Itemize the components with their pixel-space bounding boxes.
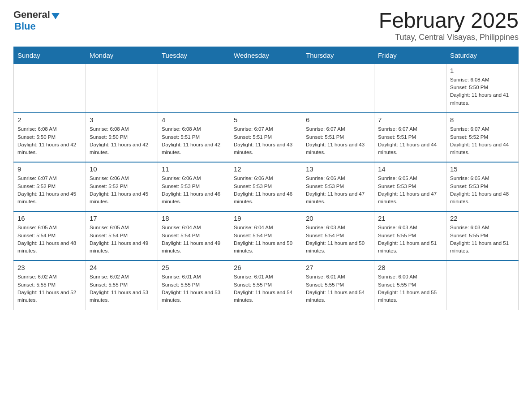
calendar-cell: 26Sunrise: 6:01 AMSunset: 5:55 PMDayligh… (230, 261, 302, 310)
calendar-cell (446, 261, 519, 310)
calendar-cell: 11Sunrise: 6:06 AMSunset: 5:53 PMDayligh… (158, 162, 230, 211)
day-info: Sunrise: 6:08 AMSunset: 5:51 PMDaylight:… (162, 125, 226, 156)
day-number: 2 (17, 116, 82, 124)
calendar-cell: 28Sunrise: 6:00 AMSunset: 5:55 PMDayligh… (374, 261, 446, 310)
logo-triangle-icon (51, 13, 60, 19)
day-info: Sunrise: 6:06 AMSunset: 5:53 PMDaylight:… (306, 175, 370, 206)
day-number: 6 (306, 116, 370, 124)
calendar-header-row: SundayMondayTuesdayWednesdayThursdayFrid… (14, 47, 519, 64)
day-number: 8 (450, 116, 515, 124)
calendar-cell: 22Sunrise: 6:03 AMSunset: 5:55 PMDayligh… (446, 211, 519, 261)
day-number: 14 (378, 165, 442, 173)
calendar-week-row: 1Sunrise: 6:08 AMSunset: 5:50 PMDaylight… (14, 64, 519, 113)
calendar-week-row: 2Sunrise: 6:08 AMSunset: 5:50 PMDaylight… (14, 113, 519, 162)
day-number: 4 (162, 116, 226, 124)
calendar-week-row: 9Sunrise: 6:07 AMSunset: 5:52 PMDaylight… (14, 162, 519, 211)
day-info: Sunrise: 6:04 AMSunset: 5:54 PMDaylight:… (234, 224, 298, 255)
day-info: Sunrise: 6:08 AMSunset: 5:50 PMDaylight:… (90, 125, 154, 156)
day-number: 3 (90, 116, 154, 124)
day-info: Sunrise: 6:01 AMSunset: 5:55 PMDaylight:… (162, 273, 226, 304)
day-info: Sunrise: 6:06 AMSunset: 5:53 PMDaylight:… (162, 175, 226, 206)
day-number: 22 (450, 214, 515, 222)
day-number: 24 (90, 264, 154, 271)
calendar-week-row: 23Sunrise: 6:02 AMSunset: 5:55 PMDayligh… (14, 261, 519, 310)
calendar-cell: 6Sunrise: 6:07 AMSunset: 5:51 PMDaylight… (302, 113, 374, 162)
calendar-cell: 18Sunrise: 6:04 AMSunset: 5:54 PMDayligh… (158, 211, 230, 261)
day-number: 27 (306, 264, 370, 271)
day-number: 7 (378, 116, 442, 124)
day-info: Sunrise: 6:03 AMSunset: 5:55 PMDaylight:… (378, 224, 442, 255)
day-info: Sunrise: 6:07 AMSunset: 5:51 PMDaylight:… (234, 125, 298, 156)
calendar-cell: 7Sunrise: 6:07 AMSunset: 5:51 PMDaylight… (374, 113, 446, 162)
day-number: 25 (162, 264, 226, 271)
day-info: Sunrise: 6:07 AMSunset: 5:51 PMDaylight:… (306, 125, 370, 156)
calendar-cell (158, 64, 230, 113)
calendar-cell: 10Sunrise: 6:06 AMSunset: 5:52 PMDayligh… (86, 162, 158, 211)
calendar-cell: 19Sunrise: 6:04 AMSunset: 5:54 PMDayligh… (230, 211, 302, 261)
day-number: 17 (90, 214, 154, 222)
calendar-cell: 3Sunrise: 6:08 AMSunset: 5:50 PMDaylight… (86, 113, 158, 162)
day-info: Sunrise: 6:03 AMSunset: 5:54 PMDaylight:… (306, 224, 370, 255)
day-number: 23 (17, 264, 82, 271)
calendar-cell: 1Sunrise: 6:08 AMSunset: 5:50 PMDaylight… (446, 64, 519, 113)
day-info: Sunrise: 6:00 AMSunset: 5:55 PMDaylight:… (378, 273, 442, 304)
day-info: Sunrise: 6:02 AMSunset: 5:55 PMDaylight:… (17, 273, 82, 304)
day-info: Sunrise: 6:08 AMSunset: 5:50 PMDaylight:… (450, 76, 515, 107)
day-info: Sunrise: 6:07 AMSunset: 5:52 PMDaylight:… (17, 175, 82, 206)
calendar-cell: 12Sunrise: 6:06 AMSunset: 5:53 PMDayligh… (230, 162, 302, 211)
calendar-cell: 4Sunrise: 6:08 AMSunset: 5:51 PMDaylight… (158, 113, 230, 162)
calendar-cell: 16Sunrise: 6:05 AMSunset: 5:54 PMDayligh… (14, 211, 86, 261)
calendar-cell: 2Sunrise: 6:08 AMSunset: 5:50 PMDaylight… (14, 113, 86, 162)
day-info: Sunrise: 6:06 AMSunset: 5:52 PMDaylight:… (90, 175, 154, 206)
calendar-cell: 14Sunrise: 6:05 AMSunset: 5:53 PMDayligh… (374, 162, 446, 211)
calendar-cell: 17Sunrise: 6:05 AMSunset: 5:54 PMDayligh… (86, 211, 158, 261)
calendar-week-row: 16Sunrise: 6:05 AMSunset: 5:54 PMDayligh… (14, 211, 519, 261)
day-number: 18 (162, 214, 226, 222)
calendar-cell (230, 64, 302, 113)
calendar-cell (86, 64, 158, 113)
logo-general-text: General (13, 9, 50, 21)
day-info: Sunrise: 6:07 AMSunset: 5:51 PMDaylight:… (378, 125, 442, 156)
calendar-cell: 13Sunrise: 6:06 AMSunset: 5:53 PMDayligh… (302, 162, 374, 211)
day-info: Sunrise: 6:01 AMSunset: 5:55 PMDaylight:… (234, 273, 298, 304)
calendar-cell: 20Sunrise: 6:03 AMSunset: 5:54 PMDayligh… (302, 211, 374, 261)
day-info: Sunrise: 6:04 AMSunset: 5:54 PMDaylight:… (162, 224, 226, 255)
title-section: February 2025 Tutay, Central Visayas, Ph… (379, 9, 519, 42)
day-number: 13 (306, 165, 370, 173)
day-number: 12 (234, 165, 298, 173)
day-number: 26 (234, 264, 298, 271)
day-number: 9 (17, 165, 82, 173)
day-info: Sunrise: 6:06 AMSunset: 5:53 PMDaylight:… (234, 175, 298, 206)
day-number: 5 (234, 116, 298, 124)
calendar-cell (302, 64, 374, 113)
day-info: Sunrise: 6:05 AMSunset: 5:54 PMDaylight:… (90, 224, 154, 255)
day-number: 15 (450, 165, 515, 173)
calendar-cell: 5Sunrise: 6:07 AMSunset: 5:51 PMDaylight… (230, 113, 302, 162)
day-info: Sunrise: 6:07 AMSunset: 5:52 PMDaylight:… (450, 125, 515, 156)
day-number: 19 (234, 214, 298, 222)
calendar-cell: 21Sunrise: 6:03 AMSunset: 5:55 PMDayligh… (374, 211, 446, 261)
calendar-cell: 15Sunrise: 6:05 AMSunset: 5:53 PMDayligh… (446, 162, 519, 211)
day-number: 1 (450, 67, 515, 74)
calendar-cell: 24Sunrise: 6:02 AMSunset: 5:55 PMDayligh… (86, 261, 158, 310)
day-info: Sunrise: 6:05 AMSunset: 5:54 PMDaylight:… (17, 224, 82, 255)
logo-blue-text: Blue (13, 21, 60, 32)
calendar-cell: 8Sunrise: 6:07 AMSunset: 5:52 PMDaylight… (446, 113, 519, 162)
page-header: General Blue February 2025 Tutay, Centra… (13, 9, 519, 42)
month-title: February 2025 (379, 9, 519, 33)
day-info: Sunrise: 6:05 AMSunset: 5:53 PMDaylight:… (378, 175, 442, 206)
column-header-monday: Monday (86, 47, 158, 64)
day-number: 20 (306, 214, 370, 222)
calendar-cell: 27Sunrise: 6:01 AMSunset: 5:55 PMDayligh… (302, 261, 374, 310)
calendar-cell: 25Sunrise: 6:01 AMSunset: 5:55 PMDayligh… (158, 261, 230, 310)
location-title: Tutay, Central Visayas, Philippines (379, 33, 519, 42)
day-number: 28 (378, 264, 442, 271)
column-header-sunday: Sunday (14, 47, 86, 64)
column-header-tuesday: Tuesday (158, 47, 230, 64)
day-info: Sunrise: 6:02 AMSunset: 5:55 PMDaylight:… (90, 273, 154, 304)
column-header-friday: Friday (374, 47, 446, 64)
column-header-wednesday: Wednesday (230, 47, 302, 64)
day-number: 10 (90, 165, 154, 173)
calendar-cell: 9Sunrise: 6:07 AMSunset: 5:52 PMDaylight… (14, 162, 86, 211)
day-number: 21 (378, 214, 442, 222)
